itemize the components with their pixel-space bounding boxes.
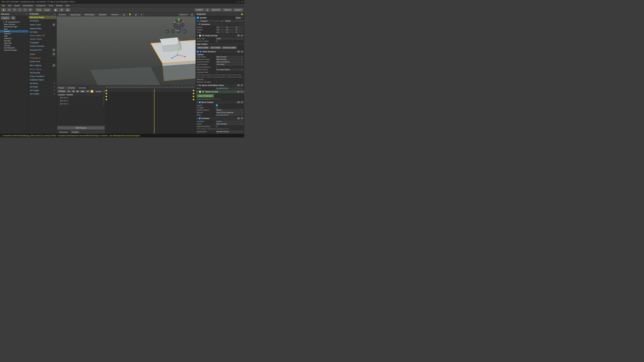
mesh-collider-btn[interactable]: Mesh Collider [197, 46, 209, 49]
scene-lighting-btn[interactable]: 💡 [127, 13, 133, 16]
toolbar-account-btn[interactable]: Account ▾ [210, 8, 222, 12]
track-pusher-position[interactable]: ▼ pusher : Position [57, 93, 105, 96]
menu-window[interactable]: Window [55, 4, 64, 7]
update-mode-dropdown[interactable]: Animate Physics ▾ [216, 131, 243, 133]
pb-entity-help-btn[interactable]: ? [241, 34, 243, 37]
object-active-checkbox[interactable] [197, 16, 199, 19]
anchor-override-dropdown[interactable]: None (Transform) ▾ [216, 61, 243, 63]
hierarchy-item-leftside[interactable]: left-side [0, 39, 28, 42]
gizmos-btn[interactable]: Gizmos ▾ [178, 13, 189, 16]
close-button[interactable]: ✕ [241, 1, 243, 3]
hierarchy-item-rightside[interactable]: right-side [0, 42, 28, 44]
anim-loop-btn[interactable]: 🔁 [90, 90, 94, 93]
toolbar-rotate-tool[interactable]: ↻ [12, 8, 17, 12]
mesh-collider-settings-btn[interactable]: ⚙ [237, 101, 240, 103]
toolbar-cloud-btn[interactable]: ☁ [205, 8, 210, 12]
toolbar-layout-btn[interactable]: Layout ▾ [233, 8, 243, 12]
vertex-colors-plus-btn[interactable]: + [52, 23, 55, 26]
pb-set-collider[interactable]: Set Collider 👁 [28, 92, 56, 96]
pb-handle-world[interactable]: Handle: World [28, 37, 56, 41]
rot-x-field[interactable]: X 0 [216, 29, 224, 31]
anim-prev-keyframe-btn[interactable]: ⏮ [67, 90, 71, 92]
pb-select-hidden[interactable]: Select Hidden: Off [28, 34, 56, 37]
transform-section[interactable]: ▼ ⊕ Transform [196, 22, 244, 26]
remove-collider-btn[interactable]: Remove Collider [222, 46, 237, 49]
pb-triangulate[interactable]: Triangulate [28, 41, 56, 44]
pb-generate-uv2[interactable]: Generate UV2 + [28, 48, 56, 52]
keyframe-y-end[interactable] [192, 95, 194, 97]
culling-mode-dropdown[interactable]: Always Animate ▾ [216, 133, 243, 134]
hierarchy-item-canvas[interactable]: Canvas [0, 44, 28, 46]
toolbar-scale-tool[interactable]: ⤡ [18, 8, 22, 12]
entity-type-dropdown[interactable]: Detail ▾ [216, 37, 243, 40]
scene-effects-btn[interactable]: ✦ [139, 13, 144, 16]
menu-file[interactable]: File [1, 4, 6, 7]
timeline-playhead[interactable] [154, 89, 154, 134]
menu-gameobject[interactable]: GameObject [22, 4, 34, 7]
mesh-renderer-help-btn[interactable]: ? [241, 50, 243, 53]
hierarchy-item-pusher[interactable]: pusher [0, 30, 28, 32]
toolbar-move-tool[interactable]: ✛ [7, 8, 12, 12]
convex-checkbox[interactable] [216, 104, 218, 106]
minimize-button[interactable]: ─ [236, 1, 237, 3]
toolbar-local-btn[interactable]: Local [43, 8, 50, 12]
pb-mesh-filter-settings-btn[interactable]: ⚙ [237, 84, 240, 86]
light-probes-dropdown[interactable]: Blend Probes ▾ [216, 56, 243, 58]
hierarchy-close-icon[interactable]: ✕ [26, 13, 27, 15]
menu-edit[interactable]: Edit [7, 4, 12, 7]
animator-settings-btn[interactable]: ⚙ [237, 117, 240, 119]
pb-smoothing[interactable]: Smoothing [28, 19, 56, 23]
set-detail-eye-icon[interactable]: 👁 [53, 86, 55, 88]
mesh-collider-help-btn[interactable]: ? [241, 101, 243, 103]
track-position-z[interactable]: ◆ Position.z 0 [57, 102, 105, 105]
hierarchy-all-btn[interactable]: All [11, 16, 16, 20]
anim-prev-btn[interactable]: ◀ [72, 90, 75, 92]
animator-help-btn[interactable]: ? [241, 117, 243, 119]
pb-entity-settings-btn[interactable]: ⚙ [237, 34, 240, 37]
collider-material-dropdown[interactable]: None (Physic Material) ▾ [216, 111, 243, 114]
toolbar-pivot-btn[interactable]: Pivot [36, 8, 42, 12]
mirror-objects-plus-btn[interactable]: + [52, 64, 55, 67]
maximize-button[interactable]: □ [239, 1, 240, 3]
anim-next-btn[interactable]: ▶▶ [80, 90, 85, 92]
scale-z-field[interactable]: Z 1 [234, 31, 243, 33]
apply-root-checkbox[interactable] [216, 125, 218, 127]
set-trigger-eye-icon[interactable]: 👁 [53, 89, 55, 91]
scale-x-field[interactable]: X 1 [216, 31, 224, 33]
toolbar-step-btn[interactable]: ⏭ [65, 8, 70, 12]
pb-new-poly-shape[interactable]: New Poly Shape [28, 15, 56, 19]
anim-preview-btn[interactable]: Preview [58, 90, 66, 92]
track-position-x[interactable]: ◆ Position.x 0 [57, 96, 105, 99]
anim-next-keyframe-btn[interactable]: ⏭ [86, 90, 90, 92]
keyframe-x-start[interactable] [105, 92, 107, 94]
mesh-renderer-settings-btn[interactable]: ⚙ [237, 50, 240, 53]
pb-flip-normals[interactable]: Flip Normals [28, 71, 56, 75]
toolbar-layers-btn[interactable]: Layers ▾ [222, 8, 232, 12]
pb-uv-editor[interactable]: UV Editor [28, 30, 56, 34]
keyframe-x-end[interactable] [192, 92, 194, 94]
mesh-collider-checkbox[interactable] [199, 101, 201, 103]
shaded-dropdown[interactable]: Shaded ▾ [110, 13, 120, 16]
tab-asset-store[interactable]: Asset Store [68, 13, 82, 16]
hierarchy-item-scene[interactable]: ▼ 🎬 SampleScene [0, 21, 28, 23]
hierarchy-item-maincamera[interactable]: Main Camera [0, 23, 28, 25]
tab-dopesheet[interactable]: Dopesheet [57, 131, 70, 133]
set-mover-eye-icon[interactable]: 👁 [53, 82, 55, 84]
open-probuilder-btn[interactable]: Open ProBuilder [197, 94, 214, 97]
scene-audio-btn[interactable]: 🔊 [133, 13, 139, 16]
mesh-filter-value[interactable]: pb_Mesh12746 [216, 87, 243, 89]
pb-vertex-colors[interactable]: Vertex Colors + [28, 23, 56, 27]
add-property-btn[interactable]: Add Property [57, 126, 104, 130]
pb-set-detail[interactable]: Set Detail 👁 [28, 85, 56, 89]
is-trigger-checkbox[interactable] [216, 107, 218, 109]
pb-mesh-filter-help-btn[interactable]: ? [241, 84, 243, 86]
menu-tools[interactable]: Tools [47, 4, 54, 7]
hierarchy-item-floor[interactable]: floor [0, 28, 28, 30]
probuilder-up-icon[interactable]: ▲ [54, 13, 56, 15]
pb-center-pivot[interactable]: Center Pivot [28, 60, 56, 63]
tab-console[interactable]: Console [66, 86, 76, 89]
tab-project[interactable]: Project [57, 86, 66, 89]
toolbar-play-btn[interactable]: ▶ [54, 8, 58, 12]
inspector-lock-icon[interactable]: 🔒 [241, 13, 243, 15]
pb-probuilderize[interactable]: ProBuilderize [28, 56, 56, 60]
